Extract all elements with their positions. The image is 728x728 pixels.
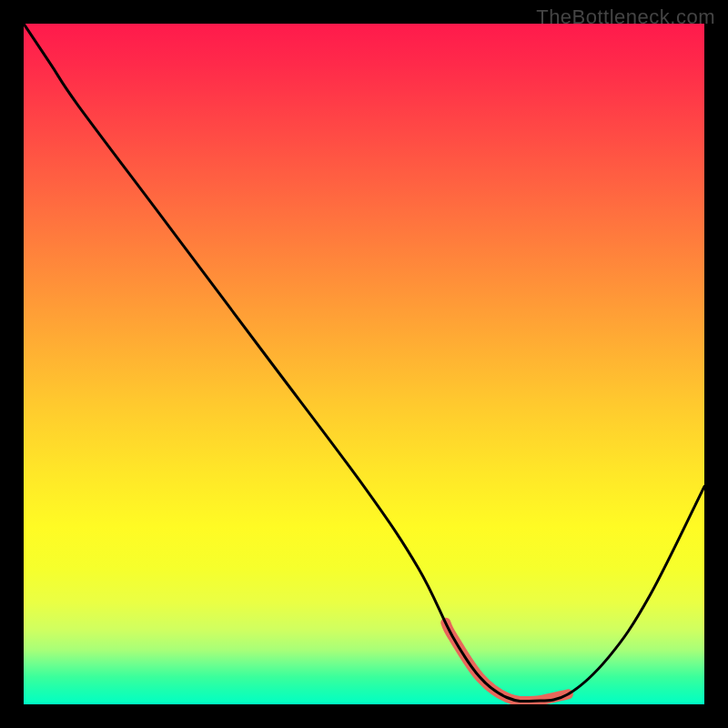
plot-area	[24, 24, 704, 704]
highlight-segment	[446, 622, 569, 701]
curve-layer	[24, 24, 704, 704]
chart-frame: TheBottleneck.com	[0, 0, 728, 728]
bottleneck-curve	[24, 24, 704, 702]
watermark-text: TheBottleneck.com	[536, 5, 715, 29]
